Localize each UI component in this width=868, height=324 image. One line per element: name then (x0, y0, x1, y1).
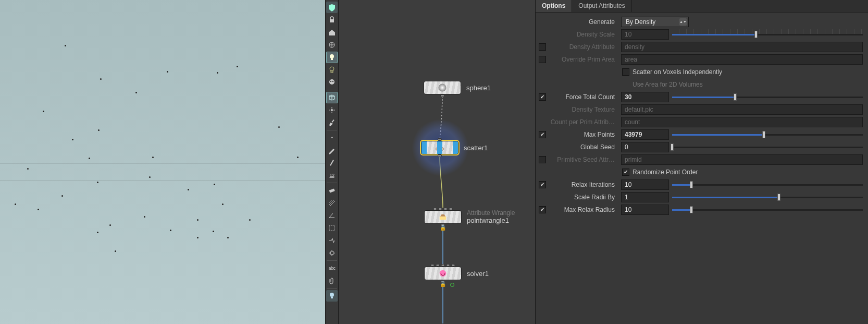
svg-rect-12 (329, 188, 335, 193)
select-box-icon[interactable] (326, 222, 338, 234)
viewport-point (89, 158, 90, 159)
viewport-point (278, 126, 280, 128)
max-relax-radius-field[interactable] (621, 205, 669, 215)
svg-point-15 (330, 293, 334, 297)
global-seed-slider[interactable] (672, 143, 863, 151)
viewport-point (227, 237, 229, 238)
max-points-field[interactable] (621, 129, 669, 140)
randomize-order-toggle[interactable] (622, 169, 629, 176)
force-total-count-toggle[interactable] (539, 93, 546, 101)
param-use-area-2d: Use Area for 2D Volumes (538, 78, 863, 91)
lightbulb-icon[interactable] (326, 52, 338, 63)
svg-rect-0 (330, 19, 334, 22)
tab-output-attributes[interactable]: Output Attributes (572, 0, 631, 12)
svg-point-6 (329, 79, 334, 85)
angle-icon[interactable] (326, 210, 338, 221)
viewport-point (38, 209, 39, 210)
density-scale-field[interactable] (621, 29, 669, 40)
density-scale-slider[interactable] (672, 31, 863, 38)
dot-icon[interactable]: • (326, 132, 338, 143)
relax-iterations-field[interactable] (621, 179, 669, 190)
global-seed-field[interactable] (621, 142, 669, 152)
globe-icon[interactable] (326, 39, 338, 51)
brush-icon[interactable] (326, 117, 338, 128)
param-scale-radii-by: Scale Radii By (538, 191, 863, 203)
home-icon[interactable] (326, 27, 338, 38)
override-prim-area-toggle[interactable] (539, 56, 546, 63)
scatter-voxels-toggle[interactable] (622, 68, 629, 76)
max-points-slider[interactable] (672, 131, 863, 138)
viewport-point (237, 66, 238, 67)
lock-icon[interactable] (326, 14, 338, 26)
node-solver[interactable]: 🔒 solver1 (424, 267, 489, 280)
relax-iterations-slider[interactable] (672, 181, 863, 188)
count-per-prim-field[interactable] (621, 117, 863, 127)
pivot-icon[interactable] (326, 104, 338, 116)
wand-icon[interactable] (326, 157, 338, 169)
node-scatter[interactable]: scatter1 (421, 141, 488, 154)
viewport-point (27, 168, 29, 170)
number-label[interactable]: 12 (326, 170, 338, 181)
viewport-point (144, 216, 145, 218)
horizon-line (0, 163, 325, 164)
camera-lock-icon[interactable] (326, 2, 338, 13)
node-pointwrangle[interactable]: 🔒 Attribute Wrangle pointwrangle1 (424, 210, 515, 225)
toolbar-separator (327, 288, 337, 289)
svg-point-7 (330, 81, 331, 82)
svg-rect-10 (331, 119, 334, 123)
viewport-point (217, 72, 218, 74)
scale-radii-by-slider[interactable] (672, 194, 863, 201)
svg-point-20 (440, 149, 441, 150)
max-relax-radius-toggle[interactable] (539, 206, 546, 213)
force-total-count-slider[interactable] (672, 93, 863, 101)
gear-icon[interactable] (326, 247, 338, 259)
viewport-point (297, 157, 299, 158)
viewport-point (98, 129, 100, 131)
paperclip-icon[interactable] (326, 275, 338, 286)
node-label: solver1 (467, 270, 489, 278)
svg-point-17 (439, 84, 447, 92)
param-randomize-order: Randomize Point Order (538, 166, 863, 178)
display-flag-icon[interactable] (450, 283, 454, 287)
force-total-count-field[interactable] (621, 92, 669, 102)
snap-icon[interactable] (326, 235, 338, 246)
density-attribute-field[interactable] (621, 42, 863, 52)
max-relax-radius-slider[interactable] (672, 206, 863, 213)
svg-point-9 (331, 109, 333, 111)
viewport-point (188, 189, 189, 190)
network-view[interactable]: sphere1 scatter1 🔒 (339, 0, 536, 324)
node-sphere[interactable]: sphere1 (424, 81, 491, 94)
viewport-3d[interactable] (0, 0, 325, 324)
density-texture-field[interactable] (621, 104, 863, 115)
max-points-toggle[interactable] (539, 131, 546, 138)
scale-radii-by-field[interactable] (621, 192, 669, 202)
viewport-point (61, 195, 63, 197)
cube-icon[interactable] (326, 92, 338, 103)
viewport-point (72, 139, 73, 140)
eraser-icon[interactable] (326, 185, 338, 196)
prim-seed-attr-field[interactable] (621, 154, 863, 165)
pen-icon[interactable] (326, 145, 338, 156)
svg-point-14 (330, 251, 333, 255)
relax-iterations-toggle[interactable] (539, 181, 546, 188)
override-prim-area-field[interactable] (621, 54, 863, 65)
skull-icon[interactable] (326, 77, 338, 88)
viewport-point (65, 45, 66, 46)
tab-options[interactable]: Options (536, 0, 572, 12)
svg-point-19 (437, 148, 438, 149)
solver-icon (438, 268, 448, 279)
viewport-point (15, 203, 16, 205)
hatch-icon[interactable] (326, 197, 338, 209)
generate-select[interactable]: By Density ▲▼ (621, 17, 689, 27)
svg-rect-3 (331, 58, 333, 60)
param-override-prim-area: Override Prim Area (538, 53, 863, 66)
lightbulb-active-icon[interactable] (326, 290, 338, 302)
prim-seed-attr-toggle[interactable] (539, 156, 546, 163)
lightbulb-outline-icon[interactable] (326, 64, 338, 76)
abc-label[interactable]: abc (326, 262, 338, 274)
svg-point-2 (330, 54, 334, 58)
viewport-point (197, 237, 199, 238)
density-attribute-toggle[interactable] (539, 43, 546, 51)
svg-rect-22 (440, 217, 447, 220)
param-scatter-voxels: Scatter on Voxels Independently (538, 66, 863, 78)
